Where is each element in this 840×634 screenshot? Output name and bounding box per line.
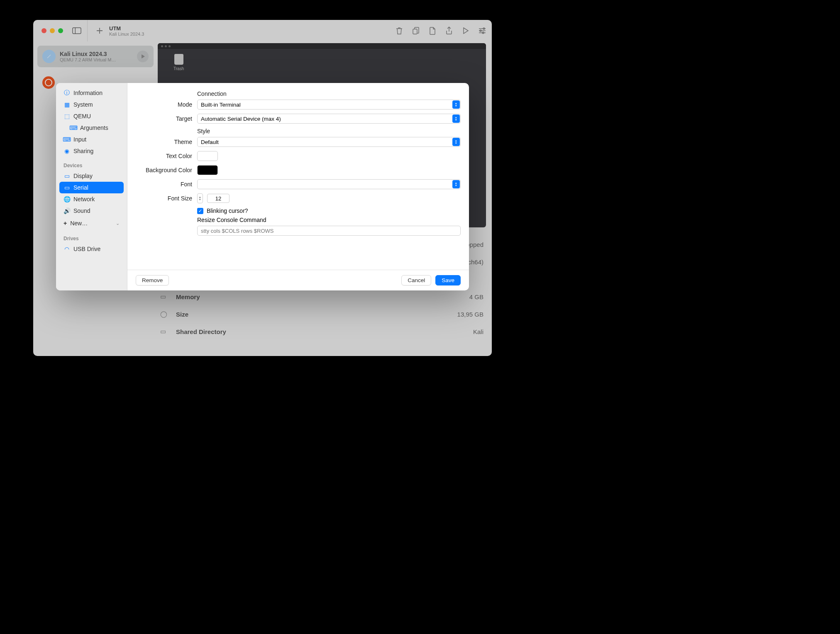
sidebar-item-system[interactable]: ▦System — [59, 99, 124, 110]
drive-icon: ◠ — [63, 246, 70, 252]
theme-label: Theme — [135, 139, 197, 145]
bgcolor-label: Background Color — [135, 167, 197, 173]
fontsize-stepper[interactable] — [197, 193, 461, 203]
sidebar-item-information[interactable]: ⓘInformation — [59, 87, 124, 99]
info-icon: ⓘ — [63, 90, 70, 96]
mode-select[interactable]: Built-in Terminal — [197, 100, 461, 110]
devices-header: Devices — [59, 157, 124, 170]
sidebar-item-sound[interactable]: 🔊Sound — [59, 205, 124, 217]
chip-icon: ▦ — [63, 101, 70, 108]
remove-button[interactable]: Remove — [136, 275, 169, 285]
connection-section: Connection — [197, 90, 461, 97]
sidebar-item-network[interactable]: 🌐Network — [59, 193, 124, 205]
select-knob-icon — [452, 100, 460, 109]
text-color-swatch[interactable] — [197, 151, 218, 161]
settings-form: Connection Mode Built-in Terminal Target… — [127, 83, 469, 270]
cube-icon: ⬚ — [63, 113, 70, 119]
sidebar-item-serial[interactable]: ▭Serial — [59, 182, 124, 193]
bg-color-swatch[interactable] — [197, 165, 218, 175]
drives-header: Drives — [59, 230, 124, 243]
resize-label: Resize Console Command — [197, 217, 461, 223]
resize-input[interactable] — [197, 226, 461, 236]
sidebar-new[interactable]: +New…⌄ — [59, 217, 124, 230]
target-label: Target — [135, 115, 197, 122]
display-icon: ▭ — [63, 173, 70, 179]
args-icon: ⌨ — [70, 124, 77, 131]
blinking-label: Blinking cursor? — [207, 207, 248, 214]
sidebar-item-sharing[interactable]: ◉Sharing — [59, 145, 124, 157]
sound-icon: 🔊 — [63, 207, 70, 214]
font-select[interactable] — [197, 179, 461, 189]
keyboard-icon: ⌨ — [63, 136, 70, 143]
select-knob-icon — [452, 180, 460, 188]
fontsize-input[interactable] — [207, 194, 230, 203]
style-section: Style — [197, 128, 461, 134]
sidebar-item-arguments[interactable]: ⌨Arguments — [59, 122, 124, 134]
sidebar-item-input[interactable]: ⌨Input — [59, 134, 124, 145]
serial-icon: ▭ — [63, 184, 70, 191]
chevron-down-icon: ⌄ — [116, 221, 120, 226]
cancel-button[interactable]: Cancel — [401, 275, 431, 285]
sidebar-item-display[interactable]: ▭Display — [59, 170, 124, 182]
mode-label: Mode — [135, 101, 197, 108]
save-button[interactable]: Save — [435, 275, 461, 285]
settings-sheet: ⓘInformation ▦System ⬚QEMU ⌨Arguments ⌨I… — [56, 83, 469, 290]
network-icon: 🌐 — [63, 196, 70, 202]
settings-sidebar: ⓘInformation ▦System ⬚QEMU ⌨Arguments ⌨I… — [56, 83, 127, 290]
sidebar-item-qemu[interactable]: ⬚QEMU — [59, 110, 124, 122]
theme-select[interactable]: Default — [197, 137, 461, 147]
font-label: Font — [135, 181, 197, 188]
fontsize-label: Font Size — [135, 195, 197, 202]
sharing-icon: ◉ — [63, 148, 70, 154]
textcolor-label: Text Color — [135, 153, 197, 159]
target-select[interactable]: Automatic Serial Device (max 4) — [197, 114, 461, 124]
select-knob-icon — [452, 115, 460, 123]
sheet-footer: Remove Cancel Save — [127, 270, 469, 290]
blinking-checkbox[interactable]: ✓ — [197, 208, 203, 214]
stepper-buttons[interactable] — [197, 193, 203, 203]
sidebar-item-usb[interactable]: ◠USB Drive — [59, 243, 124, 255]
select-knob-icon — [452, 138, 460, 146]
